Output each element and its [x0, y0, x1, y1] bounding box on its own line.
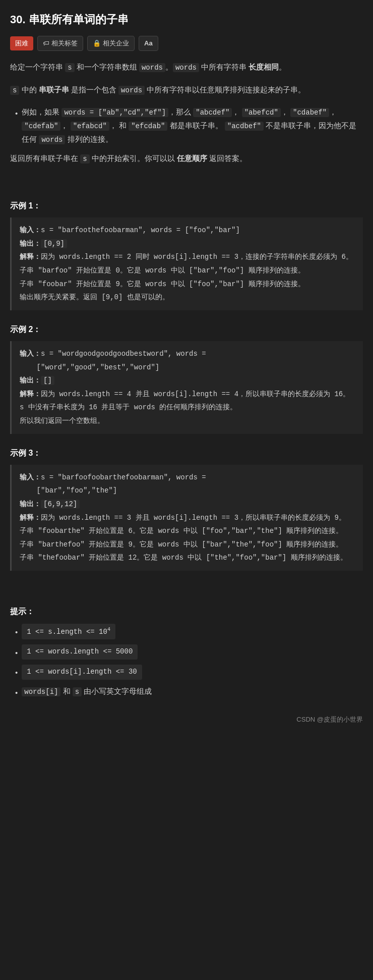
desc-text-5: 。: [279, 63, 286, 71]
example-2-box: 输入：s = "wordgoodgoodgoodbestword", words…: [10, 341, 363, 434]
example-1-explanation: 解释：因为 words.length == 2 同时 words[i].leng…: [20, 250, 355, 304]
example-1-input: 输入：s = "barfoothefoobarman", words = ["f…: [20, 224, 355, 237]
related-tags-button[interactable]: 🏷 相关标签: [37, 36, 83, 51]
hint-item-4: • words[i] 和 s 由小写英文字母组成: [15, 685, 363, 699]
footer: CSDN @皮蛋的小世界: [10, 714, 363, 725]
example-bullet-list: • 例如，如果 words = ["ab","cd","ef"]，那么 "abc…: [15, 105, 363, 146]
desc-text-6: 中的: [19, 85, 38, 94]
hint-item-3: • 1 <= words[i].length <= 30: [15, 665, 363, 680]
words-example-code: words = ["ab","cd","ef"]: [61, 108, 168, 117]
example-2-explanation: 解释：因为 words.length == 4 并且 words[i].leng…: [20, 388, 355, 428]
hint-2-code: 1 <= words.length <= 5000: [22, 644, 138, 660]
concat-bold: 串联子串: [39, 85, 69, 94]
s-code-2: s: [10, 86, 19, 95]
wordsi-code: words[i]: [22, 687, 60, 696]
example-3-title: 示例 3：: [10, 446, 363, 460]
return-desc: 返回所有串联子串在 s 中的开始索引。你可以以 任意顺序 返回答案。: [10, 151, 363, 166]
description-block-2: s 中的 串联子串 是指一个包含 words 中所有字符串以任意顺序排列连接起来…: [10, 83, 363, 97]
words-code-3: words: [118, 86, 145, 95]
example-text: 例如，如果 words = ["ab","cd","ef"]，那么 "abcde…: [22, 105, 363, 146]
hint-2-dot: •: [15, 646, 18, 660]
bullet-dot: •: [15, 107, 18, 120]
cdabef-code: "cdabef": [290, 108, 329, 117]
example-2-output: 输出：[]: [20, 374, 355, 388]
hint-4-text: words[i] 和 s 由小写英文字母组成: [22, 685, 152, 698]
hint-3-code: 1 <= words[i].length <= 30: [22, 665, 142, 680]
hint-1-dot: •: [15, 626, 18, 639]
efabcd-code: "efabcd": [71, 122, 109, 131]
hints-list: • 1 <= s.length <= 104 • 1 <= words.leng…: [15, 624, 363, 699]
example-3-box: 输入：s = "barfoofoobarthefoobarman", words…: [10, 465, 363, 571]
example-2-title: 示例 2：: [10, 322, 363, 336]
font-button[interactable]: Aa: [139, 36, 158, 51]
length-bold: 长度相同: [248, 63, 279, 71]
example-1-box: 输入：s = "barfoothefoobarman", words = ["f…: [10, 217, 363, 310]
return-text-3: 返回答案。: [207, 154, 247, 162]
hint-1-code: 1 <= s.length <= 104: [22, 624, 115, 639]
words-code-1: words: [139, 63, 165, 72]
example-3-explanation: 解释：因为 words.length == 3 并且 words[i].leng…: [20, 511, 355, 565]
page-title: 30. 串联所有单词的子串: [10, 10, 363, 29]
example-2-input: 输入：s = "wordgoodgoodgoodbestword", words…: [20, 347, 355, 374]
any-order-bold: 任意顺序: [177, 154, 207, 162]
s-code-return: s: [80, 154, 89, 164]
desc-text-2: 和一个字符串数组: [75, 63, 139, 71]
difficulty-tag[interactable]: 困难: [10, 36, 33, 50]
cdefab-code: "cdefab": [22, 122, 60, 131]
tag-icon: 🏷: [43, 38, 49, 49]
desc-text-4: 中所有字符串: [199, 63, 248, 71]
example-3-input: 输入：s = "barfoofoobarthefoobarman", words…: [20, 471, 355, 498]
s-code-hint: s: [73, 687, 82, 696]
desc-text-3: 。: [165, 63, 173, 71]
tag-row: 困难 🏷 相关标签 🔒 相关企业 Aa: [10, 36, 363, 51]
hint-3-dot: •: [15, 666, 18, 679]
example-1-title: 示例 1：: [10, 199, 363, 212]
abefcd-code: "abefcd": [242, 108, 281, 117]
acdbef-code: "acdbef": [225, 122, 264, 131]
example-1-output: 输出：[0,9]: [20, 237, 355, 251]
related-company-button[interactable]: 🔒 相关企业: [87, 36, 135, 51]
hints-section: 提示： • 1 <= s.length <= 104 • 1 <= words.…: [10, 605, 363, 699]
words-code-2: words: [173, 63, 199, 72]
return-text-2: 中的开始索引。你可以以: [90, 154, 177, 162]
lock-icon: 🔒: [93, 38, 101, 49]
words-inline: words: [39, 135, 65, 144]
example-3-output: 输出：[6,9,12]: [20, 498, 355, 511]
hints-title: 提示：: [10, 605, 363, 618]
desc-text-8: 中所有字符串以任意顺序排列连接起来的子串。: [145, 85, 305, 94]
hint-item-2: • 1 <= words.length <= 5000: [15, 644, 363, 660]
desc-text-7: 是指一个包含: [69, 85, 118, 94]
description-block: 给定一个字符串 s 和一个字符串数组 words。words 中所有字符串 长度…: [10, 60, 363, 75]
abcdef-code: "abcdef": [193, 108, 232, 117]
hint-item-1: • 1 <= s.length <= 104: [15, 624, 363, 639]
example-bullet-item: • 例如，如果 words = ["ab","cd","ef"]，那么 "abc…: [15, 105, 363, 146]
efcdab-code: "efcdab": [129, 122, 167, 131]
s-code-1: s: [65, 63, 74, 72]
hint-4-dot: •: [15, 686, 18, 699]
desc-text-1: 给定一个字符串: [10, 63, 65, 71]
return-text-1: 返回所有串联子串在: [10, 154, 80, 162]
